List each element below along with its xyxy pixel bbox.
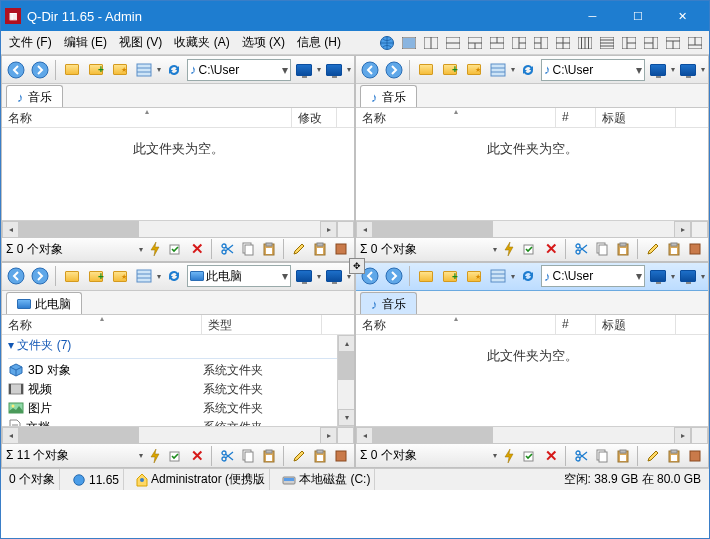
monitor-a-button[interactable] [647, 59, 669, 81]
layout-3a-icon[interactable] [465, 34, 485, 52]
file-list[interactable]: 此文件夹为空。 [2, 128, 354, 220]
monitor-b-button[interactable] [677, 59, 699, 81]
check-icon[interactable] [167, 240, 185, 258]
path-combo[interactable]: 此电脑▾ [187, 265, 291, 287]
view-button[interactable] [487, 59, 509, 81]
new-folder-button[interactable] [85, 265, 107, 287]
copy-icon[interactable] [239, 240, 257, 258]
back-button[interactable] [5, 59, 27, 81]
copy-icon[interactable] [593, 447, 611, 465]
clipboard-icon[interactable] [311, 240, 329, 258]
new-folder-button[interactable] [85, 59, 107, 81]
path-combo[interactable]: ♪C:\User▾ [187, 59, 291, 81]
delete-icon[interactable]: ✕ [542, 447, 560, 465]
filter-icon[interactable] [332, 240, 350, 258]
delete-icon[interactable]: ✕ [542, 240, 560, 258]
layout-3c-icon[interactable] [509, 34, 529, 52]
layout-2v-icon[interactable] [421, 34, 441, 52]
column-header[interactable]: ▴名称 [356, 315, 556, 334]
forward-button[interactable] [383, 59, 405, 81]
favorites-button[interactable] [109, 59, 131, 81]
copy-icon[interactable] [593, 240, 611, 258]
horizontal-scrollbar[interactable]: ◂▸ [2, 426, 354, 443]
monitor-b-button[interactable] [323, 59, 345, 81]
horizontal-scrollbar[interactable]: ◂▸ [2, 220, 354, 237]
layout-3b-icon[interactable] [487, 34, 507, 52]
tab[interactable]: ♪音乐 [360, 85, 417, 107]
bolt-icon[interactable] [146, 447, 164, 465]
layout-split-b-icon[interactable] [641, 34, 661, 52]
horizontal-scrollbar[interactable]: ◂▸ [356, 220, 708, 237]
check-icon[interactable] [521, 447, 539, 465]
layout-4-icon[interactable] [553, 34, 573, 52]
close-button[interactable]: ✕ [660, 1, 705, 31]
filter-icon[interactable] [332, 447, 350, 465]
favorites-button[interactable] [463, 59, 485, 81]
horizontal-scrollbar[interactable]: ◂▸ [356, 426, 708, 443]
refresh-button[interactable] [163, 59, 185, 81]
menu-options[interactable]: 选项 (X) [236, 32, 291, 53]
back-button[interactable] [359, 59, 381, 81]
group-header[interactable]: ▾ 文件夹 (7) [2, 335, 354, 356]
favorites-button[interactable] [109, 265, 131, 287]
tab[interactable]: ♪音乐 [6, 85, 63, 107]
bolt-icon[interactable] [146, 240, 164, 258]
globe-icon[interactable] [377, 34, 397, 52]
column-header[interactable]: # [556, 108, 596, 127]
clipboard-icon[interactable] [665, 240, 683, 258]
path-combo[interactable]: ♪C:\User▾ [541, 265, 645, 287]
filter-icon[interactable] [686, 447, 704, 465]
tab[interactable]: 此电脑 [6, 292, 82, 314]
refresh-button[interactable] [517, 265, 539, 287]
layout-split-a-icon[interactable] [619, 34, 639, 52]
view-button[interactable] [133, 59, 155, 81]
menu-view[interactable]: 视图 (V) [113, 32, 168, 53]
layout-3d-icon[interactable] [531, 34, 551, 52]
layout-4h-icon[interactable] [597, 34, 617, 52]
refresh-button[interactable] [517, 59, 539, 81]
check-icon[interactable] [167, 447, 185, 465]
cut-icon[interactable] [218, 447, 236, 465]
column-header[interactable]: 标题 [596, 108, 676, 127]
bolt-icon[interactable] [500, 447, 518, 465]
layout-2h-icon[interactable] [443, 34, 463, 52]
new-folder-button[interactable] [439, 59, 461, 81]
bolt-icon[interactable] [500, 240, 518, 258]
file-list[interactable]: 此文件夹为空。 [356, 335, 708, 427]
folder-button[interactable] [61, 265, 83, 287]
check-icon[interactable] [521, 240, 539, 258]
new-folder-button[interactable] [439, 265, 461, 287]
delete-icon[interactable]: ✕ [188, 447, 206, 465]
vertical-scrollbar[interactable]: ▴▾ [337, 335, 354, 427]
clipboard-icon[interactable] [311, 447, 329, 465]
tab[interactable]: ♪音乐 [360, 292, 417, 314]
layout-1-icon[interactable] [399, 34, 419, 52]
file-list[interactable]: 此文件夹为空。 [356, 128, 708, 220]
rename-icon[interactable] [290, 240, 308, 258]
forward-button[interactable] [29, 265, 51, 287]
list-item[interactable]: 视频系统文件夹 [2, 380, 354, 399]
rename-icon[interactable] [644, 447, 662, 465]
paste-icon[interactable] [614, 240, 632, 258]
layout-split-c-icon[interactable] [663, 34, 683, 52]
paste-icon[interactable] [260, 447, 278, 465]
monitor-a-button[interactable] [293, 59, 315, 81]
file-list[interactable]: ▾ 文件夹 (7)3D 对象系统文件夹视频系统文件夹图片系统文件夹文档系统文件夹… [2, 335, 354, 427]
split-center-button[interactable]: ✥ [349, 258, 365, 274]
monitor-b-button[interactable] [677, 265, 699, 287]
back-button[interactable] [5, 265, 27, 287]
layout-split-d-icon[interactable] [685, 34, 705, 52]
menu-favorites[interactable]: 收藏夹 (A) [168, 32, 235, 53]
clipboard-icon[interactable] [665, 447, 683, 465]
layout-4v-icon[interactable] [575, 34, 595, 52]
cut-icon[interactable] [218, 240, 236, 258]
cut-icon[interactable] [572, 240, 590, 258]
path-combo[interactable]: ♪C:\User▾ [541, 59, 645, 81]
view-button[interactable] [133, 265, 155, 287]
column-header[interactable]: ▴名称 [2, 108, 292, 127]
delete-icon[interactable]: ✕ [188, 240, 206, 258]
monitor-a-button[interactable] [647, 265, 669, 287]
paste-icon[interactable] [260, 240, 278, 258]
column-header[interactable]: 修改日 [292, 108, 337, 127]
menu-info[interactable]: 信息 (H) [291, 32, 347, 53]
